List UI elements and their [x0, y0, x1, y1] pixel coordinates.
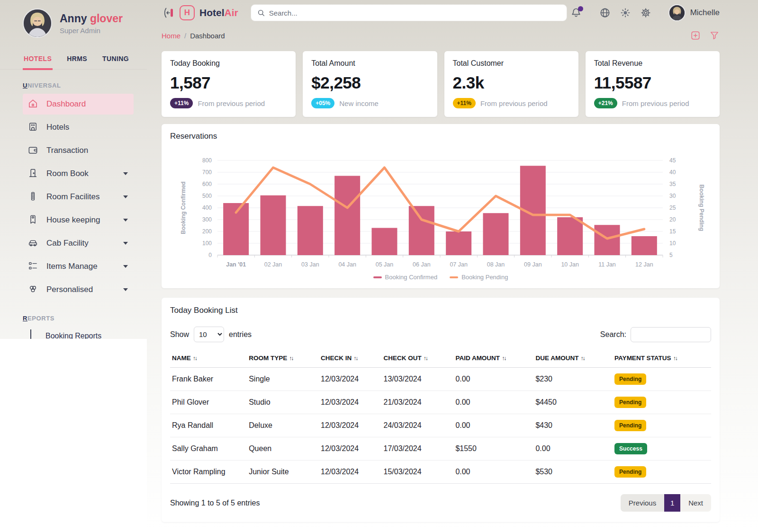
table-footer: Showing 1 to 5 of 5 entries Previous 1 N… — [170, 494, 711, 512]
column-header-paid-amount[interactable]: PAID AMOUNT↑↓ — [453, 349, 533, 368]
user-menu[interactable]: Michelle — [668, 4, 720, 21]
svg-text:200: 200 — [202, 228, 212, 235]
stat-title: Today Booking — [170, 59, 287, 68]
stat-value: 1,587 — [170, 73, 287, 92]
bar-10-Jan[interactable] — [557, 217, 583, 255]
today-booking-panel: Today Booking List Show 10 entries Searc… — [162, 298, 720, 522]
sidebar-item-booking-reports[interactable]: Booking Reports — [31, 329, 147, 343]
filter-icon[interactable] — [709, 30, 720, 41]
sidebar-profile[interactable]: Anny glover Super Admin — [0, 0, 147, 38]
sidebar-item-label: Cab Facility — [46, 239, 115, 248]
sidebar-item-transaction[interactable]: Transaction — [23, 140, 134, 161]
sidebar-menu-root: UNIVERSALDashboardHotelsTransactionRoom … — [0, 70, 147, 369]
sidebar-item-room-facilites[interactable]: Room Facilites — [23, 186, 134, 207]
sidebar-item-stock-reports[interactable]: Stock Reports — [31, 356, 147, 369]
svg-text:600: 600 — [202, 181, 212, 187]
svg-text:02 Jan: 02 Jan — [264, 261, 282, 268]
stat-foot: +11%From previous period — [453, 98, 570, 108]
chevron-down-icon — [123, 172, 128, 175]
table-cell: $1550 — [453, 437, 533, 461]
sidebar-item-room-book[interactable]: Room Book — [23, 163, 134, 184]
app: Anny glover Super Admin HOTELSHRMSTUNING… — [0, 0, 758, 532]
stat-badge: +21% — [594, 98, 617, 108]
table-search: Search: — [600, 327, 711, 342]
bar-11-Jan[interactable] — [595, 225, 620, 255]
column-header-due-amount[interactable]: DUE AMOUNT↑↓ — [533, 349, 613, 368]
topbar: H HotelAir — [162, 0, 720, 26]
sidebar-collapse-icon[interactable] — [162, 6, 175, 19]
sidebar-item-cab-facility[interactable]: Cab Facility — [23, 233, 134, 254]
legend-item-pending[interactable]: Booking Pending — [450, 274, 508, 281]
bar-12-Jan[interactable] — [632, 236, 657, 255]
sidebar-item-purchase-reports[interactable]: Purchase Reports — [31, 343, 147, 356]
tab-hotels[interactable]: HOTELS — [23, 50, 53, 70]
column-header-payment-status[interactable]: PAYMENT STATUS↑↓ — [613, 349, 711, 368]
sidebar-item-personalised[interactable]: Personalised — [23, 279, 134, 300]
column-header-name[interactable]: NAME↑↓ — [170, 349, 247, 368]
page-size-select[interactable]: 10 — [194, 327, 224, 342]
sidebar-item-dashboard[interactable]: Dashboard — [23, 94, 134, 115]
table-cell: 15/03/2024 — [382, 461, 454, 484]
sun-icon[interactable] — [619, 7, 632, 19]
list-icon — [27, 260, 38, 273]
sidebar-item-label: Personalised — [46, 285, 115, 294]
status-badge: Success — [614, 443, 647, 454]
panel-title: Today Booking List — [170, 306, 711, 315]
table-cell: $230 — [533, 368, 613, 391]
bar-02-Jan[interactable] — [261, 195, 286, 255]
legend-swatch-confirmed — [373, 276, 382, 278]
chevron-down-icon — [123, 265, 128, 268]
section-label: UNIVERSAL — [0, 70, 147, 94]
gear-icon[interactable] — [640, 7, 652, 19]
breadcrumb-home-link[interactable]: Home — [162, 32, 180, 40]
bell-icon[interactable] — [570, 7, 582, 19]
profile-role: Super Admin — [60, 27, 123, 35]
bar-07-Jan[interactable] — [446, 231, 471, 255]
home-icon — [27, 98, 38, 111]
table-search-input[interactable] — [631, 327, 711, 342]
bar-06-Jan[interactable] — [409, 206, 434, 255]
sidebar-item-items-manage[interactable]: Items Manage — [23, 256, 134, 277]
tab-hrms[interactable]: HRMS — [66, 50, 88, 70]
sidebar-item-label: Transaction — [46, 146, 128, 155]
sort-icon: ↑↓ — [673, 355, 677, 362]
stat-value: 11,5587 — [594, 73, 711, 92]
user-name: Michelle — [690, 8, 720, 18]
sidebar-item-label: Room Facilites — [46, 192, 115, 202]
bar-05-Jan[interactable] — [372, 228, 397, 256]
stat-foot: +21%From previous period — [594, 98, 711, 108]
tab-tuning[interactable]: TUNING — [101, 50, 130, 70]
table-cell: 12/03/2024 — [319, 461, 381, 484]
stat-caption: From previous period — [198, 99, 265, 107]
brand-logo[interactable]: H — [180, 5, 195, 20]
legend-swatch-pending — [450, 276, 458, 278]
status-badge: Pending — [614, 373, 646, 385]
globe-icon[interactable] — [599, 7, 611, 19]
add-icon[interactable] — [690, 30, 701, 41]
pagination-next-button[interactable]: Next — [680, 494, 711, 512]
pagination-previous-button[interactable]: Previous — [621, 494, 664, 512]
sidebar-item-house-keeping[interactable]: House keeping — [23, 210, 134, 231]
table-cell: 0.00 — [453, 414, 533, 437]
breadcrumb: Home / Dashboard — [162, 26, 720, 45]
sidebar-item-hotels[interactable]: Hotels — [23, 117, 134, 138]
booking-pending-line[interactable] — [236, 168, 644, 239]
bar-03-Jan[interactable] — [298, 206, 323, 255]
sidebar-item-label: Room Book — [46, 169, 115, 178]
reports-submenu: Booking ReportsPurchase ReportsStock Rep… — [30, 329, 147, 369]
pagination: Previous 1 Next — [621, 494, 711, 512]
stat-value: 2.3k — [453, 73, 570, 92]
column-header-check-out[interactable]: CHECK OUT↑↓ — [382, 349, 454, 368]
legend-item-confirmed[interactable]: Booking Confirmed — [373, 274, 438, 281]
table-cell: 12/03/2024 — [319, 368, 381, 391]
sidebar-menu: DashboardHotelsTransactionRoom BookRoom … — [0, 94, 147, 300]
brand-name[interactable]: HotelAir — [199, 7, 238, 18]
sort-icon: ↑↓ — [580, 355, 584, 362]
column-header-room-type[interactable]: ROOM TYPE↑↓ — [247, 349, 319, 368]
search-input[interactable] — [269, 9, 561, 17]
table-cell: 0.00 — [453, 461, 533, 484]
column-header-check-in[interactable]: CHECK IN↑↓ — [319, 349, 381, 368]
pagination-page-1[interactable]: 1 — [664, 494, 680, 512]
bar-08-Jan[interactable] — [483, 213, 509, 255]
bar-04-Jan[interactable] — [334, 176, 360, 256]
